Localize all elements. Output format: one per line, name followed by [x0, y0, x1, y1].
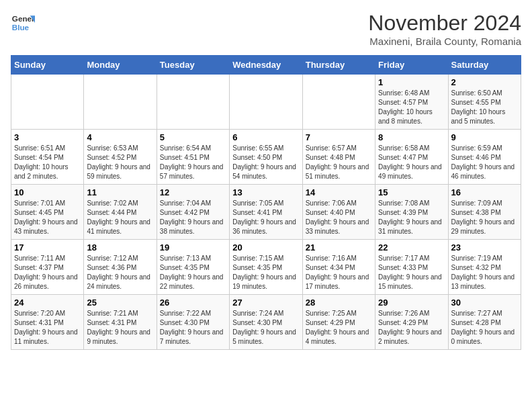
day-number: 23	[451, 242, 518, 253]
day-cell: 7Sunrise: 6:57 AM Sunset: 4:48 PM Daylig…	[302, 130, 375, 185]
day-number: 13	[232, 187, 299, 197]
day-info: Sunrise: 7:13 AM Sunset: 4:35 PM Dayligh…	[160, 254, 226, 291]
day-info: Sunrise: 7:12 AM Sunset: 4:36 PM Dayligh…	[87, 254, 153, 291]
day-cell: 29Sunrise: 7:26 AM Sunset: 4:29 PM Dayli…	[375, 295, 448, 350]
day-cell: 19Sunrise: 7:13 AM Sunset: 4:35 PM Dayli…	[157, 240, 229, 295]
day-info: Sunrise: 7:11 AM Sunset: 4:37 PM Dayligh…	[14, 254, 81, 291]
day-number: 7	[306, 132, 372, 142]
svg-text:Blue: Blue	[12, 23, 30, 32]
day-info: Sunrise: 6:50 AM Sunset: 4:55 PM Dayligh…	[451, 89, 518, 126]
day-info: Sunrise: 7:15 AM Sunset: 4:35 PM Dayligh…	[232, 254, 299, 291]
day-cell	[302, 75, 375, 130]
day-cell: 17Sunrise: 7:11 AM Sunset: 4:37 PM Dayli…	[11, 240, 84, 295]
day-number: 3	[14, 132, 81, 142]
day-info: Sunrise: 7:21 AM Sunset: 4:31 PM Dayligh…	[87, 309, 153, 347]
day-number: 25	[87, 298, 153, 308]
header-cell-monday: Monday	[84, 56, 157, 75]
day-cell	[11, 75, 84, 130]
header-cell-sunday: Sunday	[11, 56, 84, 75]
day-cell: 23Sunrise: 7:19 AM Sunset: 4:32 PM Dayli…	[448, 240, 521, 295]
day-number: 11	[87, 187, 153, 197]
svg-text:General: General	[12, 14, 35, 23]
day-number: 5	[160, 132, 226, 142]
day-number: 14	[306, 187, 372, 197]
header-cell-tuesday: Tuesday	[157, 56, 229, 75]
day-cell: 10Sunrise: 7:01 AM Sunset: 4:45 PM Dayli…	[11, 185, 84, 240]
day-number: 4	[87, 132, 153, 142]
day-info: Sunrise: 7:20 AM Sunset: 4:31 PM Dayligh…	[14, 309, 81, 347]
day-cell: 30Sunrise: 7:27 AM Sunset: 4:28 PM Dayli…	[448, 295, 521, 350]
day-info: Sunrise: 6:54 AM Sunset: 4:51 PM Dayligh…	[160, 144, 226, 181]
day-info: Sunrise: 7:22 AM Sunset: 4:30 PM Dayligh…	[160, 309, 226, 347]
day-info: Sunrise: 6:58 AM Sunset: 4:47 PM Dayligh…	[378, 144, 445, 181]
header-cell-thursday: Thursday	[302, 56, 375, 75]
day-cell: 18Sunrise: 7:12 AM Sunset: 4:36 PM Dayli…	[84, 240, 157, 295]
day-info: Sunrise: 7:25 AM Sunset: 4:29 PM Dayligh…	[306, 309, 372, 347]
day-cell	[230, 75, 302, 130]
day-cell: 11Sunrise: 7:02 AM Sunset: 4:44 PM Dayli…	[84, 185, 157, 240]
day-cell	[157, 75, 229, 130]
day-number: 20	[232, 242, 299, 253]
day-info: Sunrise: 7:02 AM Sunset: 4:44 PM Dayligh…	[87, 199, 153, 236]
day-cell: 4Sunrise: 6:53 AM Sunset: 4:52 PM Daylig…	[84, 130, 157, 185]
calendar-table: SundayMondayTuesdayWednesdayThursdayFrid…	[11, 55, 521, 350]
day-cell: 16Sunrise: 7:09 AM Sunset: 4:38 PM Dayli…	[448, 185, 521, 240]
day-cell: 9Sunrise: 6:59 AM Sunset: 4:46 PM Daylig…	[448, 130, 521, 185]
day-cell: 20Sunrise: 7:15 AM Sunset: 4:35 PM Dayli…	[230, 240, 302, 295]
day-number: 2	[451, 77, 518, 87]
day-info: Sunrise: 7:04 AM Sunset: 4:42 PM Dayligh…	[160, 199, 226, 236]
day-number: 30	[451, 298, 518, 308]
day-info: Sunrise: 7:27 AM Sunset: 4:28 PM Dayligh…	[451, 309, 518, 347]
day-cell: 24Sunrise: 7:20 AM Sunset: 4:31 PM Dayli…	[11, 295, 84, 350]
day-cell: 6Sunrise: 6:55 AM Sunset: 4:50 PM Daylig…	[230, 130, 302, 185]
day-cell: 28Sunrise: 7:25 AM Sunset: 4:29 PM Dayli…	[302, 295, 375, 350]
day-cell: 1Sunrise: 6:48 AM Sunset: 4:57 PM Daylig…	[375, 75, 448, 130]
week-row-5: 24Sunrise: 7:20 AM Sunset: 4:31 PM Dayli…	[11, 295, 521, 350]
day-number: 19	[160, 242, 226, 253]
main-title: November 2024	[368, 11, 521, 36]
day-info: Sunrise: 7:01 AM Sunset: 4:45 PM Dayligh…	[14, 199, 81, 236]
day-number: 8	[378, 132, 445, 142]
day-info: Sunrise: 6:55 AM Sunset: 4:50 PM Dayligh…	[232, 144, 299, 181]
day-cell: 12Sunrise: 7:04 AM Sunset: 4:42 PM Dayli…	[157, 185, 229, 240]
day-cell: 5Sunrise: 6:54 AM Sunset: 4:51 PM Daylig…	[157, 130, 229, 185]
day-number: 26	[160, 298, 226, 308]
header-cell-saturday: Saturday	[448, 56, 521, 75]
day-cell: 2Sunrise: 6:50 AM Sunset: 4:55 PM Daylig…	[448, 75, 521, 130]
day-number: 17	[14, 242, 81, 253]
day-info: Sunrise: 7:09 AM Sunset: 4:38 PM Dayligh…	[451, 199, 518, 236]
title-area: November 2024 Maxineni, Braila County, R…	[368, 11, 521, 47]
day-cell: 15Sunrise: 7:08 AM Sunset: 4:39 PM Dayli…	[375, 185, 448, 240]
day-cell: 25Sunrise: 7:21 AM Sunset: 4:31 PM Dayli…	[84, 295, 157, 350]
day-info: Sunrise: 6:53 AM Sunset: 4:52 PM Dayligh…	[87, 144, 153, 181]
day-info: Sunrise: 7:16 AM Sunset: 4:34 PM Dayligh…	[306, 254, 372, 291]
day-cell: 27Sunrise: 7:24 AM Sunset: 4:30 PM Dayli…	[230, 295, 302, 350]
day-number: 29	[378, 298, 445, 308]
subtitle: Maxineni, Braila County, Romania	[368, 36, 521, 47]
day-number: 24	[14, 298, 81, 308]
day-number: 6	[232, 132, 299, 142]
day-info: Sunrise: 6:51 AM Sunset: 4:54 PM Dayligh…	[14, 144, 81, 181]
day-number: 16	[451, 187, 518, 197]
day-number: 9	[451, 132, 518, 142]
week-row-4: 17Sunrise: 7:11 AM Sunset: 4:37 PM Dayli…	[11, 240, 521, 295]
day-number: 28	[306, 298, 372, 308]
day-cell: 8Sunrise: 6:58 AM Sunset: 4:47 PM Daylig…	[375, 130, 448, 185]
day-info: Sunrise: 7:06 AM Sunset: 4:40 PM Dayligh…	[306, 199, 372, 236]
week-row-3: 10Sunrise: 7:01 AM Sunset: 4:45 PM Dayli…	[11, 185, 521, 240]
day-cell: 21Sunrise: 7:16 AM Sunset: 4:34 PM Dayli…	[302, 240, 375, 295]
header-cell-wednesday: Wednesday	[230, 56, 302, 75]
day-number: 18	[87, 242, 153, 253]
day-number: 22	[378, 242, 445, 253]
day-cell: 13Sunrise: 7:05 AM Sunset: 4:41 PM Dayli…	[230, 185, 302, 240]
day-info: Sunrise: 7:24 AM Sunset: 4:30 PM Dayligh…	[232, 309, 299, 347]
header-cell-friday: Friday	[375, 56, 448, 75]
header: General Blue November 2024 Maxineni, Bra…	[11, 11, 521, 47]
logo: General Blue	[11, 11, 35, 35]
day-info: Sunrise: 7:17 AM Sunset: 4:33 PM Dayligh…	[378, 254, 445, 291]
day-number: 21	[306, 242, 372, 253]
day-cell: 3Sunrise: 6:51 AM Sunset: 4:54 PM Daylig…	[11, 130, 84, 185]
day-number: 1	[378, 77, 445, 87]
week-row-1: 1Sunrise: 6:48 AM Sunset: 4:57 PM Daylig…	[11, 75, 521, 130]
day-number: 15	[378, 187, 445, 197]
